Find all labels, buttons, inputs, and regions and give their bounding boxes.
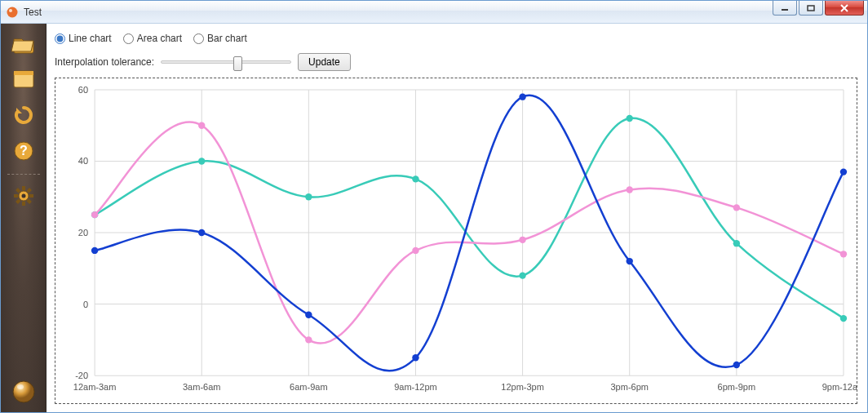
y-tick-label: 40: [78, 157, 88, 167]
x-tick-label: 3pm-6pm: [610, 382, 648, 392]
svg-point-1: [9, 9, 12, 12]
slider-thumb[interactable]: [233, 56, 242, 71]
series-point: [412, 247, 418, 254]
svg-point-18: [13, 381, 34, 402]
chart-type-bar[interactable]: Bar chart: [193, 33, 247, 44]
tolerance-label: Interpolation tolerance:: [55, 56, 154, 68]
y-tick-label: 20: [78, 228, 88, 238]
chart-type-bar-label: Bar chart: [207, 33, 247, 44]
series-point: [519, 237, 525, 243]
tolerance-row: Interpolation tolerance: Update: [55, 51, 857, 73]
x-tick-label: 9am-12pm: [394, 382, 437, 392]
series-point: [198, 229, 205, 236]
series-point: [412, 354, 418, 361]
window-controls: [773, 1, 864, 16]
window-body: ? Line chartArea chartBar chart Interpol…: [1, 24, 867, 412]
svg-rect-5: [14, 71, 33, 75]
svg-rect-3: [808, 6, 814, 11]
help-icon: ?: [13, 140, 34, 164]
series-point: [840, 315, 847, 322]
chart-type-bar-input[interactable]: [193, 33, 204, 44]
sidebar-separator: [7, 174, 40, 175]
series-point: [305, 193, 312, 200]
series-point: [91, 247, 98, 254]
series-point: [305, 336, 312, 343]
y-tick-label: 60: [78, 85, 88, 95]
x-tick-label: 9pm-12am: [822, 382, 857, 392]
x-tick-label: 3am-6am: [183, 382, 220, 392]
svg-text:?: ?: [20, 144, 28, 158]
series-point: [627, 115, 633, 122]
chart-type-area[interactable]: Area chart: [123, 33, 182, 44]
series-point: [198, 122, 205, 129]
close-button[interactable]: [825, 1, 864, 16]
titlebar: Test: [1, 1, 867, 24]
series-point: [91, 211, 98, 218]
sidebar: ?: [1, 24, 46, 412]
svg-line-10: [27, 199, 30, 202]
app-icon: [6, 6, 19, 19]
chart-type-line-input[interactable]: [55, 33, 65, 44]
main-panel: Line chartArea chartBar chart Interpolat…: [46, 24, 867, 412]
series-point: [840, 251, 847, 257]
series-point: [627, 258, 633, 264]
series-point: [840, 168, 847, 175]
sidebar-settings-button[interactable]: [6, 181, 42, 212]
series-point: [519, 272, 525, 278]
x-tick-label: 12am-3am: [73, 382, 117, 392]
svg-point-17: [21, 193, 25, 198]
series-point: [305, 312, 312, 318]
tolerance-slider[interactable]: [161, 60, 291, 64]
maximize-button[interactable]: [799, 1, 823, 16]
svg-point-19: [17, 384, 24, 389]
refresh-icon: [12, 104, 35, 129]
new-window-icon: [12, 69, 35, 91]
y-tick-label: 0: [83, 300, 88, 309]
svg-line-14: [16, 189, 20, 192]
chart-type-line-label: Line chart: [69, 33, 112, 44]
sidebar-orb-button[interactable]: [6, 376, 42, 407]
minimize-button[interactable]: [773, 1, 797, 16]
y-tick-label: -20: [75, 371, 88, 380]
x-tick-label: 12pm-3pm: [501, 382, 544, 392]
sidebar-refresh-button[interactable]: [6, 100, 42, 131]
x-tick-label: 6am-9am: [290, 382, 327, 392]
chart-type-row: Line chartArea chartBar chart: [55, 30, 857, 47]
sidebar-help-button[interactable]: ?: [6, 136, 42, 167]
orb-icon: [10, 377, 38, 407]
series-point: [733, 240, 740, 246]
series-point: [733, 204, 740, 211]
series-point: [198, 158, 205, 164]
update-button[interactable]: Update: [298, 53, 351, 71]
chart-frame: -20020406012am-3am3am-6am6am-9am9am-12pm…: [55, 78, 857, 404]
chart-type-area-label: Area chart: [137, 33, 182, 44]
svg-line-12: [16, 199, 20, 202]
settings-icon: [11, 184, 36, 211]
app-window: Test ? Line chartArea chartBar chart Int…: [0, 0, 868, 413]
chart-svg: -20020406012am-3am3am-6am6am-9am9am-12pm…: [55, 78, 857, 403]
sidebar-new-window-button[interactable]: [6, 64, 42, 95]
chart-type-line[interactable]: Line chart: [55, 33, 112, 44]
open-folder-icon: [11, 33, 36, 56]
svg-point-0: [7, 7, 18, 17]
sidebar-open-folder-button[interactable]: [6, 29, 42, 60]
series-point: [733, 362, 740, 368]
svg-line-16: [27, 189, 30, 192]
chart-type-area-input[interactable]: [123, 33, 134, 44]
series-point: [412, 175, 418, 182]
series-point: [627, 186, 633, 193]
x-tick-label: 6pm-9pm: [718, 382, 755, 392]
series-point: [519, 94, 525, 100]
window-title: Test: [24, 7, 42, 18]
